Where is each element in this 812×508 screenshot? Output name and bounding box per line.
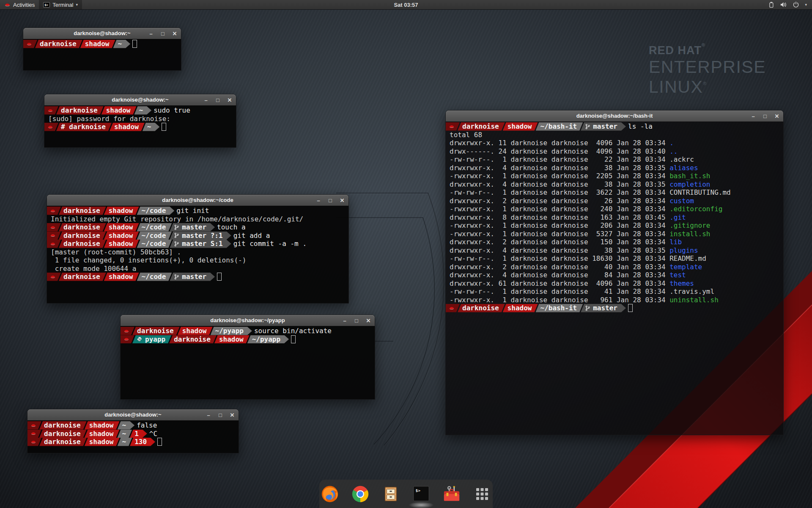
command-text: git add a: [233, 232, 270, 240]
prompt-segment-user: # darknoise: [56, 123, 112, 131]
terminal-body[interactable]: darknoiseshadow~falsedarknoiseshadow~1^C…: [27, 420, 239, 453]
prompt-segment-path: ~/code: [137, 240, 172, 248]
ls-row: -rw-rw-r--. 1 darknoise darknoise 18630 …: [446, 254, 783, 263]
prompt-segment-hat: [27, 438, 41, 446]
close-button[interactable]: ✕: [172, 30, 178, 37]
prompt-segment-path: ~/code: [137, 223, 172, 232]
terminal-body[interactable]: darknoiseshadow~/codegit initInitialized…: [47, 206, 348, 303]
terminal-cursor: [157, 438, 162, 446]
chrome-icon: [351, 484, 370, 504]
terminal-window-home-1: darknoise@shadow:~ –□✕ darknoiseshadow~: [23, 28, 181, 71]
ls-file-name: plugins: [669, 246, 698, 255]
ls-file-name: lib: [669, 238, 682, 246]
maximize-button[interactable]: □: [217, 412, 223, 418]
prompt-segment-host: shadow: [104, 232, 139, 240]
terminal-window-code: darknoise@shadow:~/code –□✕ darknoisesha…: [47, 194, 349, 304]
dock-item-app-grid[interactable]: [472, 484, 492, 504]
ls-row: drwxrwxr-x. 4 darknoise darknoise 84 Jan…: [446, 271, 783, 279]
ls-file-name: .editorconfig: [669, 205, 722, 213]
prompt-line: darknoiseshadow~/codemaster S:1git commi…: [47, 240, 348, 248]
terminal-icon: $>: [411, 484, 431, 504]
prompt-segment-hat: [47, 223, 61, 232]
minimize-button[interactable]: –: [203, 97, 209, 103]
app-menu-terminal[interactable]: $> Terminal ▾: [39, 0, 82, 9]
dock-item-chrome[interactable]: [350, 484, 370, 504]
ls-row-meta: -rwxrwxr-x. 1 darknoise darknoise 240 Ja…: [446, 205, 669, 213]
minimize-button[interactable]: –: [148, 30, 154, 37]
window-titlebar[interactable]: darknoise@shadow:~ –□✕: [44, 94, 236, 106]
prompt-segment-hat: [446, 304, 460, 312]
dock-item-toolbox[interactable]: [442, 484, 462, 504]
prompt-segment-git: master S:1: [170, 240, 231, 248]
power-icon: [793, 1, 799, 8]
git-branch-icon: [174, 232, 179, 238]
ls-file-name: .ackrc: [669, 155, 694, 164]
close-button[interactable]: ✕: [339, 197, 345, 204]
dropdown-caret-icon: ▾: [805, 3, 807, 7]
ls-row-meta: drwx------. 24 darknoise darknoise 4096 …: [446, 147, 669, 156]
ls-file-name: .: [669, 139, 674, 147]
toolbox-icon: [442, 484, 461, 504]
terminal-body[interactable]: darknoiseshadow~: [23, 39, 181, 70]
terminal-window-bash-it: darknoise@shadow:~/bash-it –□✕ darknoise…: [445, 110, 784, 435]
prompt-segment-path: ~/code: [137, 273, 172, 281]
window-titlebar[interactable]: darknoise@shadow:~ –□✕: [23, 28, 181, 39]
prompt-segment-host: shadow: [85, 430, 120, 438]
output-text: Initialized empty Git repository in /hom…: [47, 215, 303, 224]
dock-item-files[interactable]: [381, 484, 401, 504]
close-button[interactable]: ✕: [229, 412, 235, 418]
command-text: touch a: [217, 223, 245, 232]
close-button[interactable]: ✕: [227, 97, 233, 103]
prompt-segment-user: darknoise: [59, 207, 106, 215]
ls-file-name: completion: [669, 180, 710, 189]
terminal-body[interactable]: darknoiseshadow~/pyappsource bin/activat…: [121, 326, 375, 399]
ls-file-name: README.md: [669, 254, 706, 263]
close-button[interactable]: ✕: [774, 113, 780, 119]
maximize-button[interactable]: □: [327, 197, 333, 204]
redhat-icon: [50, 225, 56, 229]
ls-row: -rwxrwxr-x. 1 darknoise darknoise 206 Ja…: [446, 221, 783, 230]
prompt-segment-hat: [446, 122, 460, 131]
maximize-button[interactable]: □: [354, 318, 359, 324]
ls-file-name: CONTRIBUTING.md: [669, 188, 731, 197]
terminal-body[interactable]: darknoiseshadow~sudo true[sudo] password…: [44, 105, 236, 147]
maximize-button[interactable]: □: [762, 113, 768, 119]
prompt-segment-user: darknoise: [59, 232, 106, 240]
maximize-button[interactable]: □: [215, 97, 221, 103]
prompt-segment-user: darknoise: [59, 240, 106, 248]
dock-item-firefox[interactable]: [320, 484, 340, 504]
window-titlebar[interactable]: darknoise@shadow:~ –□✕: [27, 409, 239, 421]
prompt-segment-git: master: [581, 304, 626, 312]
dock: $>: [319, 480, 493, 508]
prompt-segment-user: darknoise: [169, 335, 217, 344]
minimize-button[interactable]: –: [750, 113, 756, 119]
command-text: ^C: [149, 430, 157, 438]
dock-item-terminal[interactable]: $>: [411, 484, 431, 504]
ls-row-meta: -rwxrwxr-x. 1 darknoise darknoise 206 Ja…: [446, 221, 669, 230]
window-titlebar[interactable]: darknoise@shadow:~/code –□✕: [47, 195, 348, 206]
maximize-button[interactable]: □: [160, 30, 166, 37]
window-titlebar[interactable]: darknoise@shadow:~/bash-it –□✕: [446, 110, 783, 122]
ls-row-meta: drwxrwxr-x. 2 darknoise darknoise 40 Jan…: [446, 263, 669, 271]
prompt-segment-path: ~/pyapp: [211, 327, 252, 335]
ls-row-meta: -rwxrwxr-x. 1 darknoise darknoise 5327 J…: [446, 230, 669, 238]
ls-row: drwxrwxr-x. 11 darknoise darknoise 4096 …: [446, 139, 783, 147]
firefox-icon: [320, 484, 340, 504]
minimize-button[interactable]: –: [206, 412, 211, 418]
terminal-body[interactable]: darknoiseshadow~/bash-itmasterls -latota…: [446, 121, 783, 435]
close-button[interactable]: ✕: [365, 318, 371, 324]
minimize-button[interactable]: –: [342, 318, 348, 324]
activities-button[interactable]: Activities: [0, 0, 39, 9]
command-text: git commit -a -m .: [233, 240, 307, 248]
ls-file-name: .git: [669, 213, 686, 222]
prompt-line: darknoiseshadow~1^C: [27, 430, 239, 438]
clock[interactable]: Sat 03:57: [0, 2, 812, 8]
ls-file-name: .travis.yml: [669, 287, 714, 296]
prompt-segment-host: shadow: [110, 123, 145, 131]
system-status-area[interactable]: ▾: [768, 0, 812, 9]
minimize-button[interactable]: –: [315, 197, 321, 204]
window-titlebar[interactable]: darknoise@shadow:~/pyapp –□✕: [121, 315, 375, 326]
output-text: total 68: [446, 131, 482, 139]
chevron-down-icon: ▾: [76, 3, 78, 7]
ls-file-name: custom: [669, 197, 694, 205]
